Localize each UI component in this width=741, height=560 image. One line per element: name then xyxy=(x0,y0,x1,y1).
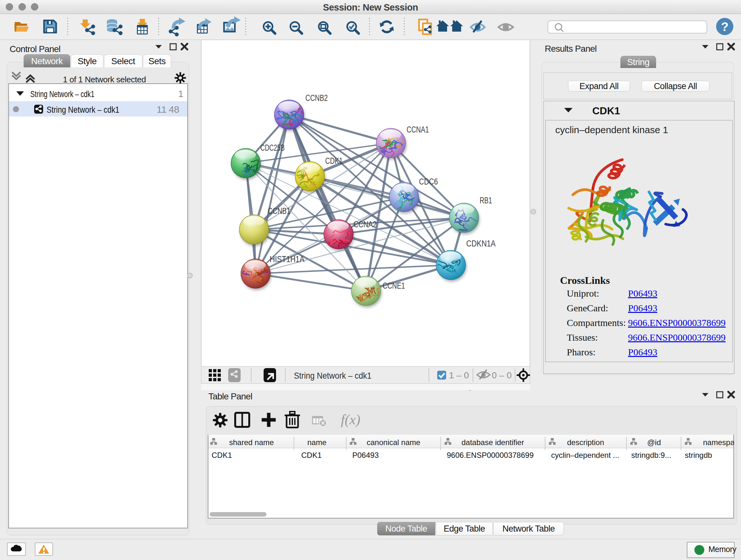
svg-text:RB1: RB1 xyxy=(480,196,492,205)
svg-text:CCNA2: CCNA2 xyxy=(354,220,377,229)
svg-text:9606.ENSP00000378699: 9606.ENSP00000378699 xyxy=(447,451,534,459)
svg-text:1: 1 xyxy=(178,88,184,99)
svg-text:CDK1: CDK1 xyxy=(592,105,620,117)
svg-text:P06493: P06493 xyxy=(352,451,379,459)
svg-text:stringdb:9...: stringdb:9... xyxy=(631,451,671,459)
svg-text:String Network – cdk1: String Network – cdk1 xyxy=(47,105,119,115)
svg-text:shared name: shared name xyxy=(229,438,274,447)
svg-text:canonical name: canonical name xyxy=(367,438,420,447)
svg-text:1 – 0: 1 – 0 xyxy=(449,370,469,380)
svg-text:HIST1H1A: HIST1H1A xyxy=(270,254,305,264)
svg-text:cyclin–dependent ...: cyclin–dependent ... xyxy=(551,451,619,459)
svg-text:48: 48 xyxy=(169,104,179,115)
svg-text:database identifier: database identifier xyxy=(461,438,524,447)
svg-text:namespace: namespace xyxy=(703,438,734,447)
svg-text:0 – 0: 0 – 0 xyxy=(492,370,512,380)
svg-text:String Network – cdk1: String Network – cdk1 xyxy=(294,371,372,381)
svg-text:stringdb: stringdb xyxy=(685,451,712,459)
svg-text:f(x): f(x) xyxy=(341,412,360,428)
svg-text:?: ? xyxy=(721,20,728,34)
svg-text:name: name xyxy=(307,438,327,447)
svg-text:CDKN1A: CDKN1A xyxy=(466,239,495,248)
svg-text:String Network – cdk1: String Network – cdk1 xyxy=(30,89,94,99)
svg-text:CCNB2: CCNB2 xyxy=(306,93,328,103)
svg-text:CCNA1: CCNA1 xyxy=(407,125,429,134)
svg-text:description: description xyxy=(567,438,604,447)
svg-text:CCNB1: CCNB1 xyxy=(268,206,290,216)
svg-text:CCNE1: CCNE1 xyxy=(383,281,405,291)
svg-text:@id: @id xyxy=(647,438,661,447)
svg-text:CDK1: CDK1 xyxy=(325,156,343,166)
svg-text:CDC25B: CDC25B xyxy=(260,143,285,152)
svg-text:CDC6: CDC6 xyxy=(419,177,438,186)
svg-text:CDK1: CDK1 xyxy=(212,451,232,459)
svg-text:CDK1: CDK1 xyxy=(301,451,322,459)
svg-text:11: 11 xyxy=(157,104,166,115)
